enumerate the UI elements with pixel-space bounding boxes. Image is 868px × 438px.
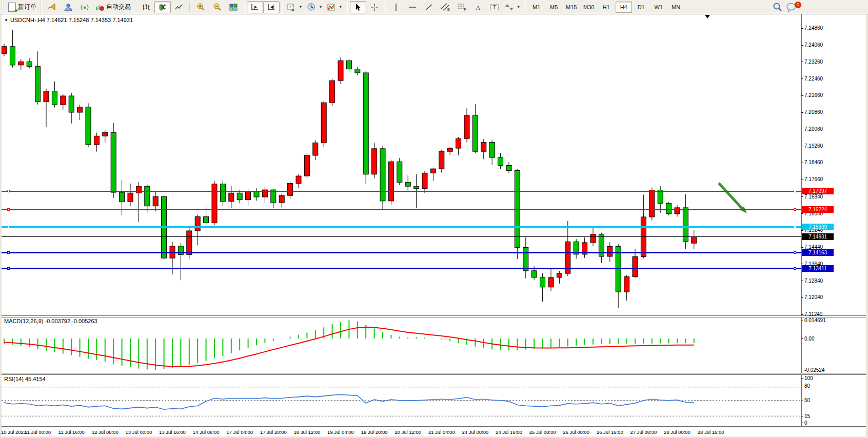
price-axis-tick-label: 7.20860 <box>804 109 823 115</box>
notification-badge[interactable]: 1 <box>795 2 801 8</box>
macd-indicator-label: MACD(12,26,9) -0.003792 -0.005263 <box>4 318 97 324</box>
macd-axis-tick-label: 0.00 <box>804 336 814 342</box>
horizontal-level-line[interactable] <box>2 191 801 192</box>
rsi-axis-tick-label: 0 <box>804 420 807 426</box>
line-edit-handle[interactable] <box>794 208 796 211</box>
price-axis-tick <box>801 146 803 146</box>
price-axis-tick <box>801 297 803 298</box>
rsi-axis-tick-label: 15 <box>804 413 810 419</box>
price-axis-tick-label: 7.23260 <box>804 59 823 65</box>
price-axis-tick <box>801 78 803 79</box>
price-axis-tick-label: 7.11240 <box>804 311 822 317</box>
price-axis-tick-label: 7.16840 <box>804 194 823 200</box>
macd-series <box>4 320 694 369</box>
quote-line[interactable]: ▼USDCNH-,H4 7.14621 7.15248 7.14353 7.14… <box>4 17 133 23</box>
search-icon[interactable] <box>773 2 783 12</box>
price-axis-tick <box>801 112 803 113</box>
rsi-axis-tick <box>801 378 803 379</box>
chart-shift-marker[interactable] <box>705 15 710 18</box>
price-axis-tick <box>801 230 803 231</box>
line-edit-handle[interactable] <box>7 208 10 211</box>
price-level-flag: 7.14163 <box>802 249 834 256</box>
macd-axis-tick <box>801 321 803 321</box>
time-axis-label: 28 Jul 16:00 <box>689 429 733 435</box>
chart-plot[interactable] <box>0 0 868 438</box>
price-level-flag: 7.13411 <box>802 265 834 272</box>
price-axis-tick <box>801 264 803 264</box>
price-level-flag: 7.16224 <box>802 206 834 213</box>
mt4-terminal-window: 新订单 自动交易 <box>0 0 868 438</box>
rsi-axis-tick <box>801 401 803 401</box>
macd-axis-tick <box>801 370 803 370</box>
price-axis-tick <box>801 129 803 129</box>
line-edit-handle[interactable] <box>7 190 10 192</box>
line-edit-handle[interactable] <box>794 226 796 228</box>
current-price-line[interactable] <box>2 236 801 237</box>
horizontal-level-line[interactable] <box>2 209 801 210</box>
price-axis-tick <box>801 180 803 180</box>
price-axis-tick <box>801 196 803 197</box>
price-axis-tick-label: 7.20060 <box>804 126 823 132</box>
price-axis-tick-label: 7.24860 <box>804 25 823 31</box>
rsi-axis-tick <box>801 423 803 423</box>
price-axis-tick-label: 7.14440 <box>804 244 823 250</box>
macd-axis-tick <box>801 339 803 339</box>
price-axis-tick-label: 7.24060 <box>804 42 823 48</box>
price-axis-tick-label: 7.17660 <box>804 176 823 182</box>
price-axis-tick <box>801 45 803 46</box>
price-axis-tick <box>801 95 803 96</box>
price-axis-tick <box>801 314 803 315</box>
price-axis-tick <box>801 281 803 281</box>
line-edit-handle[interactable] <box>7 251 10 254</box>
line-edit-handle[interactable] <box>7 267 10 270</box>
price-axis-tick-label: 7.19260 <box>804 143 823 149</box>
rsi-axis-tick-label: 50 <box>804 397 810 403</box>
horizontal-level-line[interactable] <box>2 252 801 253</box>
price-axis-tick-label: 7.12040 <box>804 294 823 300</box>
price-axis-tick-label: 7.22460 <box>804 76 823 82</box>
price-axis-tick <box>801 247 803 248</box>
macd-axis-tick-label: 0.014691 <box>804 317 826 323</box>
horizontal-level-line[interactable] <box>2 226 801 228</box>
symbol-dropdown-icon[interactable]: ▼ <box>4 18 8 23</box>
rsi-axis-tick <box>801 416 803 416</box>
rsi-axis-tick-label: 100 <box>804 375 813 381</box>
price-axis-tick-label: 7.18460 <box>804 160 823 165</box>
price-axis-tick <box>801 213 803 214</box>
rsi-indicator-label: RSI(14) 45.4154 <box>4 376 46 382</box>
price-axis-tick <box>801 28 803 29</box>
candlestick-series <box>2 30 697 308</box>
line-edit-handle[interactable] <box>7 226 10 228</box>
price-axis-tick <box>801 62 803 62</box>
rsi-axis-tick-label: 80 <box>804 383 810 389</box>
horizontal-level-line[interactable] <box>2 268 801 269</box>
price-axis-tick-label: 7.12840 <box>804 278 823 284</box>
line-edit-handle[interactable] <box>794 251 796 254</box>
macd-axis-tick-label: -0.02524 <box>804 367 824 373</box>
price-axis-tick <box>801 163 803 163</box>
line-edit-handle[interactable] <box>794 267 796 270</box>
rsi-axis-tick <box>801 386 803 386</box>
price-axis-tick-label: 7.21660 <box>804 92 823 98</box>
rsi-series <box>2 387 801 416</box>
line-edit-handle[interactable] <box>794 190 796 192</box>
quote-text: USDCNH-,H4 7.14621 7.15248 7.14353 7.149… <box>10 17 133 23</box>
price-level-flag: 7.14931 <box>802 233 834 240</box>
price-level-flag: 7.17097 <box>802 188 834 194</box>
price-level-flag: 7.15399 <box>802 224 834 230</box>
